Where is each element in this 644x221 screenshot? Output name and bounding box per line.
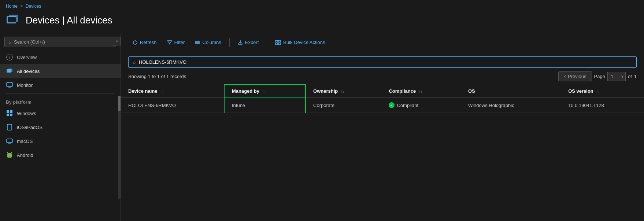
bulk-actions-button[interactable]: Bulk Device Actions [271, 37, 329, 47]
svg-rect-20 [278, 43, 281, 45]
cell-managed-by: Intune [224, 98, 306, 113]
pagination-total-pages: 1 [634, 74, 637, 79]
svg-rect-19 [275, 43, 278, 45]
pagination-page-select-wrap: 1 [607, 72, 626, 81]
cell-device-name: HOLOLENS-6RMKVO [121, 98, 224, 113]
content-area: Refresh Filter Columns [121, 34, 644, 221]
sidebar-item-monitor[interactable]: Monitor [0, 78, 121, 92]
svg-line-13 [11, 152, 12, 153]
search-bar-container: ⌕ HOLOLENS-6RMKVO [121, 51, 644, 71]
sidebar-scrollbar-thumb[interactable] [118, 96, 121, 111]
monitor-icon [6, 81, 13, 89]
table-body: HOLOLENS-6RMKVO Intune Corporate ✓ Compl… [121, 98, 644, 113]
breadcrumb: Home > Devices [0, 0, 644, 11]
columns-button[interactable]: Columns [190, 37, 225, 47]
column-ownership[interactable]: Ownership ↑↓ [306, 85, 381, 98]
cell-compliance: ✓ Compliant [381, 98, 460, 113]
sort-icon-os-version[interactable]: ↑↓ [596, 89, 600, 93]
filter-icon [167, 40, 172, 45]
macos-icon [6, 137, 13, 145]
sidebar-label-monitor: Monitor [17, 82, 33, 88]
pagination: < Previous Page 1 of 1 [558, 71, 637, 81]
page-header: Devices | All devices [0, 11, 644, 34]
sidebar-item-windows[interactable]: Windows [0, 106, 121, 120]
table-wrapper: Device name ↑↓ Managed by ↑↓ Ownership ↑… [121, 84, 644, 113]
sidebar-label-ios: iOS/iPadOS [17, 125, 42, 130]
svg-rect-7 [7, 124, 12, 130]
svg-rect-8 [8, 124, 11, 125]
overview-icon: i [6, 54, 13, 61]
table-header-row: Device name ↑↓ Managed by ↑↓ Ownership ↑… [121, 85, 644, 98]
export-icon [238, 40, 243, 45]
compliance-value: ✓ Compliant [389, 102, 453, 108]
export-button[interactable]: Export [233, 37, 263, 47]
sidebar-item-android[interactable]: Android [0, 148, 121, 162]
toolbar-divider-1 [229, 38, 230, 47]
all-devices-icon [6, 67, 13, 75]
sidebar-item-overview[interactable]: i Overview [0, 50, 121, 64]
sidebar-item-macos[interactable]: macOS [0, 134, 121, 148]
windows-icon [6, 110, 13, 117]
search-bar[interactable]: ⌕ HOLOLENS-6RMKVO [128, 56, 637, 68]
svg-rect-2 [8, 17, 16, 22]
devices-table: Device name ↑↓ Managed by ↑↓ Ownership ↑… [121, 84, 644, 113]
cell-os-version: 10.0.19041.1128 [561, 98, 644, 113]
sidebar-label-macos: macOS [17, 139, 33, 144]
svg-rect-6 [8, 87, 11, 88]
sidebar-label-windows: Windows [17, 111, 36, 116]
page-title: Devices | All devices [26, 15, 112, 26]
sidebar-search-icon: ⌕ [8, 40, 11, 45]
breadcrumb-current[interactable]: Devices [26, 4, 41, 9]
records-showing-text: Showing 1 to 1 of 1 records [128, 74, 186, 79]
devices-icon [6, 12, 21, 28]
sidebar: ⌕ Search (Ctrl+/) « i Overview All devic… [0, 34, 121, 221]
sidebar-label-android: Android [17, 152, 33, 158]
search-bar-icon: ⌕ [133, 59, 136, 65]
refresh-button[interactable]: Refresh [128, 37, 161, 47]
android-icon [6, 151, 13, 159]
sort-icon-device-name[interactable]: ↑↓ [160, 89, 164, 93]
sidebar-item-ios[interactable]: iOS/iPadOS [0, 120, 121, 134]
pagination-page-label: Page [594, 74, 605, 79]
cell-ownership: Corporate [306, 98, 381, 113]
column-os-version[interactable]: OS version ↑↓ [561, 85, 644, 98]
collapse-button[interactable]: « [113, 37, 121, 45]
column-managed-by[interactable]: Managed by ↑↓ [224, 85, 306, 98]
svg-rect-10 [8, 143, 11, 144]
columns-icon [195, 40, 200, 45]
sort-icon-ownership[interactable]: ↑↓ [341, 89, 344, 93]
pagination-of-label: of [628, 74, 632, 79]
column-compliance[interactable]: Compliance ↑↓ [381, 85, 460, 98]
sidebar-by-platform-label: By platform [0, 95, 121, 106]
bulk-actions-icon [275, 40, 281, 45]
breadcrumb-separator: > [20, 4, 23, 9]
sidebar-item-all-devices[interactable]: All devices [0, 64, 121, 78]
svg-line-12 [7, 152, 8, 153]
svg-rect-17 [275, 40, 278, 42]
svg-rect-18 [278, 40, 281, 42]
column-os[interactable]: OS [461, 85, 561, 98]
sort-icon-compliance[interactable]: ↑↓ [419, 89, 422, 93]
toolbar: Refresh Filter Columns [121, 34, 644, 51]
sidebar-scrollbar[interactable] [118, 96, 121, 199]
toolbar-divider-2 [267, 38, 267, 47]
records-info: Showing 1 to 1 of 1 records [128, 74, 186, 79]
column-device-name[interactable]: Device name ↑↓ [121, 85, 224, 98]
sort-icon-managed-by[interactable]: ↑↓ [262, 89, 266, 93]
svg-rect-11 [7, 153, 12, 158]
pagination-previous-button[interactable]: < Previous [558, 71, 592, 81]
search-value: HOLOLENS-6RMKVO [139, 59, 186, 65]
sidebar-divider [6, 93, 115, 94]
cell-os: Windows Holographic [461, 98, 561, 113]
table-header: Device name ↑↓ Managed by ↑↓ Ownership ↑… [121, 85, 644, 98]
compliance-text: Compliant [397, 103, 418, 108]
refresh-icon [133, 40, 138, 45]
sidebar-label-overview: Overview [17, 55, 37, 60]
breadcrumb-home[interactable]: Home [6, 4, 18, 9]
sidebar-label-all-devices: All devices [17, 69, 40, 74]
table-row[interactable]: HOLOLENS-6RMKVO Intune Corporate ✓ Compl… [121, 98, 644, 113]
pagination-page-select[interactable]: 1 [607, 72, 626, 81]
sidebar-search[interactable]: ⌕ Search (Ctrl+/) [4, 37, 116, 47]
filter-button[interactable]: Filter [163, 37, 189, 47]
sidebar-search-placeholder: Search (Ctrl+/) [14, 39, 45, 45]
